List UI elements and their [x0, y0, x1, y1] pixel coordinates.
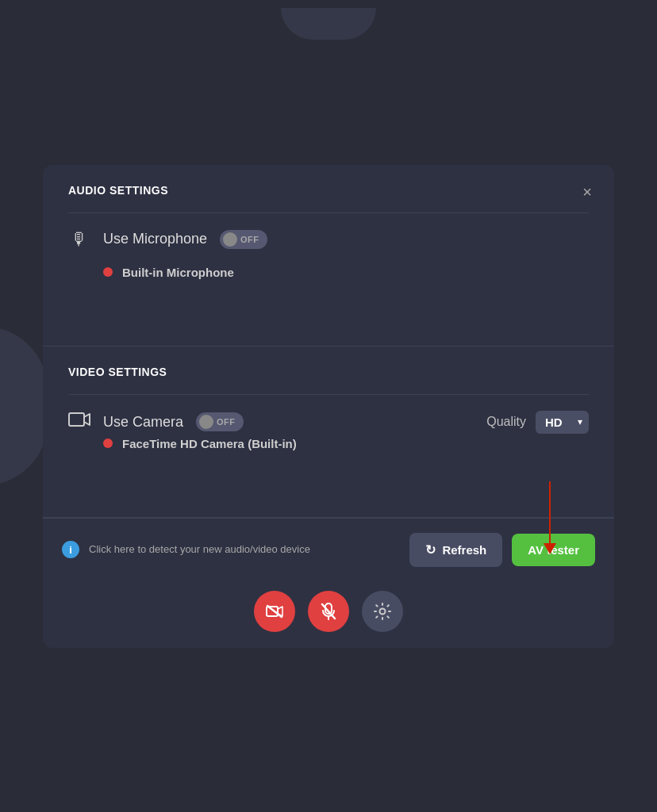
av-tester-button[interactable]: AV tester: [512, 534, 595, 566]
camera-off-button[interactable]: [254, 591, 295, 632]
video-settings-section: VIDEO SETTINGS Use Camera OFF Quality: [43, 347, 614, 517]
video-section-spacer: [68, 454, 589, 501]
refresh-label: Refresh: [442, 543, 486, 557]
toggle-state-label: OFF: [240, 235, 259, 244]
settings-button[interactable]: [362, 591, 403, 632]
refresh-icon: ↻: [425, 542, 436, 557]
mic-off-button[interactable]: [308, 591, 349, 632]
bg-arc-top: [281, 8, 376, 40]
quality-group: Quality SD HD FHD: [486, 411, 589, 434]
svg-point-8: [380, 608, 386, 614]
camera-device-item[interactable]: FaceTime HD Camera (Built-in): [68, 434, 589, 454]
quality-select-wrapper: SD HD FHD: [536, 411, 589, 434]
microphone-icon: 🎙: [68, 229, 90, 250]
quality-label: Quality: [486, 415, 526, 429]
settings-dialog: × AUDIO SETTINGS 🎙 Use Microphone OFF Bu…: [43, 165, 614, 648]
bottom-toolbar: [43, 581, 614, 648]
camera-icon: [68, 411, 90, 433]
close-button[interactable]: ×: [579, 181, 595, 203]
info-icon: i: [62, 541, 79, 558]
svg-marker-1: [84, 414, 90, 425]
audio-settings-section: AUDIO SETTINGS 🎙 Use Microphone OFF Buil…: [43, 165, 614, 346]
microphone-device-item[interactable]: Built-in Microphone: [68, 262, 589, 282]
camera-device-indicator: [103, 439, 113, 448]
bg-arc-left: [0, 327, 48, 485]
camera-setting-row: Use Camera OFF Quality SD HD FHD: [68, 411, 589, 434]
microphone-setting-row: 🎙 Use Microphone OFF: [68, 229, 589, 250]
refresh-button[interactable]: ↻ Refresh: [409, 533, 502, 567]
toggle-knob: [223, 232, 237, 247]
camera-toggle-state-label: OFF: [217, 417, 236, 427]
use-camera-label: Use Camera: [103, 414, 183, 431]
camera-toggle[interactable]: OFF: [196, 412, 244, 431]
video-settings-title: VIDEO SETTINGS: [68, 366, 589, 378]
camera-device-name: FaceTime HD Camera (Built-in): [122, 437, 297, 450]
app-background: × AUDIO SETTINGS 🎙 Use Microphone OFF Bu…: [0, 0, 657, 812]
microphone-toggle[interactable]: OFF: [220, 230, 267, 249]
microphone-device-name: Built-in Microphone: [122, 266, 234, 279]
svg-rect-0: [69, 413, 84, 426]
quality-dropdown[interactable]: SD HD FHD: [536, 411, 589, 434]
use-microphone-label: Use Microphone: [103, 231, 207, 247]
audio-settings-title: AUDIO SETTINGS: [68, 184, 589, 197]
detect-device-text[interactable]: Click here to detect your new audio/vide…: [89, 542, 400, 557]
microphone-device-indicator: [103, 267, 113, 277]
camera-toggle-knob: [199, 415, 213, 429]
footer-bar: i Click here to detect your new audio/vi…: [43, 518, 614, 581]
audio-section-spacer: [68, 282, 589, 330]
